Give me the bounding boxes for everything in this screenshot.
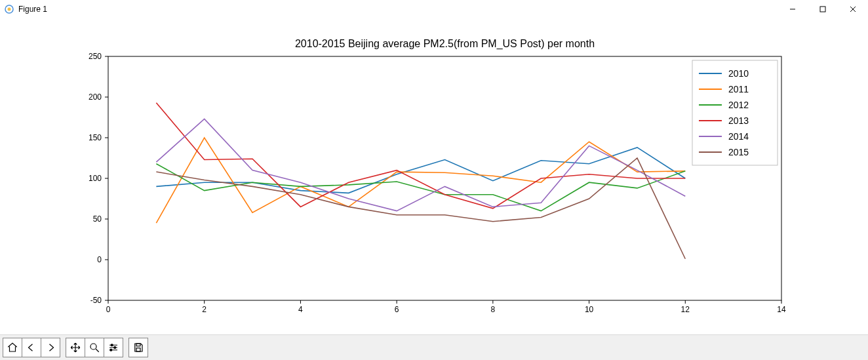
series-2012 [156, 164, 685, 211]
x-tick-label: 12 [681, 305, 690, 314]
svg-rect-3 [820, 7, 825, 12]
x-tick-label: 8 [491, 305, 496, 314]
configure-icon [108, 342, 119, 353]
legend-label: 2015 [728, 147, 749, 157]
toolbar-group-nav [3, 338, 60, 357]
toolbar-group-save [128, 338, 148, 357]
close-button[interactable] [838, 0, 868, 18]
legend-label: 2012 [728, 100, 749, 110]
series-2013 [156, 103, 685, 209]
matplotlib-toolbar [0, 334, 868, 360]
legend-label: 2010 [728, 68, 749, 79]
window-title: Figure 1 [18, 5, 47, 14]
configure-button[interactable] [104, 338, 123, 357]
y-tick-label: 200 [89, 92, 102, 102]
y-tick-label: -50 [90, 296, 102, 305]
window-controls [778, 0, 868, 18]
pan-button[interactable] [66, 338, 85, 357]
forward-button[interactable] [41, 338, 60, 357]
x-tick-label: 14 [777, 305, 786, 314]
app-icon [4, 4, 14, 14]
figure-window: Figure 1 2010-2015 Beijing average PM2.5… [0, 0, 868, 360]
chart-svg: 2010-2015 Beijing average PM2.5(from PM_… [0, 18, 868, 335]
home-button[interactable] [3, 338, 22, 357]
svg-rect-32 [136, 344, 140, 346]
y-tick-label: 250 [89, 52, 102, 61]
y-tick-label: 150 [89, 133, 102, 142]
save-icon [132, 342, 144, 353]
close-icon [850, 6, 856, 12]
y-tick-label: 50 [93, 214, 102, 224]
save-button[interactable] [129, 338, 148, 357]
series-2015 [156, 158, 685, 259]
y-tick-label: 0 [97, 255, 102, 264]
legend-label: 2011 [728, 84, 749, 94]
svg-point-30 [114, 347, 116, 349]
minimize-button[interactable] [778, 0, 808, 18]
forward-icon [45, 342, 56, 353]
x-tick-label: 0 [106, 305, 111, 314]
home-icon [7, 342, 18, 353]
titlebar-left: Figure 1 [4, 4, 47, 14]
svg-point-31 [110, 349, 112, 351]
back-icon [26, 342, 37, 353]
toolbar-group-view [66, 338, 123, 357]
series-2011 [156, 138, 685, 223]
svg-point-29 [111, 344, 113, 346]
y-tick-label: 100 [89, 174, 102, 183]
back-button[interactable] [22, 338, 41, 357]
zoom-icon [89, 342, 100, 353]
series-2014 [156, 119, 685, 210]
maximize-icon [819, 6, 826, 12]
svg-point-28 [90, 344, 96, 350]
legend-label: 2014 [728, 131, 749, 142]
minimize-icon [789, 6, 796, 12]
x-tick-label: 4 [298, 305, 303, 314]
svg-rect-33 [136, 348, 140, 351]
x-tick-label: 10 [585, 305, 594, 314]
legend-label: 2013 [728, 115, 749, 126]
chart-title: 2010-2015 Beijing average PM2.5(from PM_… [295, 38, 595, 50]
plot-area[interactable]: 2010-2015 Beijing average PM2.5(from PM_… [0, 18, 868, 335]
x-tick-label: 2 [202, 305, 207, 314]
maximize-button[interactable] [808, 0, 838, 18]
pan-icon [69, 342, 81, 353]
titlebar: Figure 1 [0, 0, 868, 18]
svg-point-1 [8, 8, 11, 11]
zoom-button[interactable] [85, 338, 104, 357]
x-tick-label: 6 [395, 305, 399, 314]
